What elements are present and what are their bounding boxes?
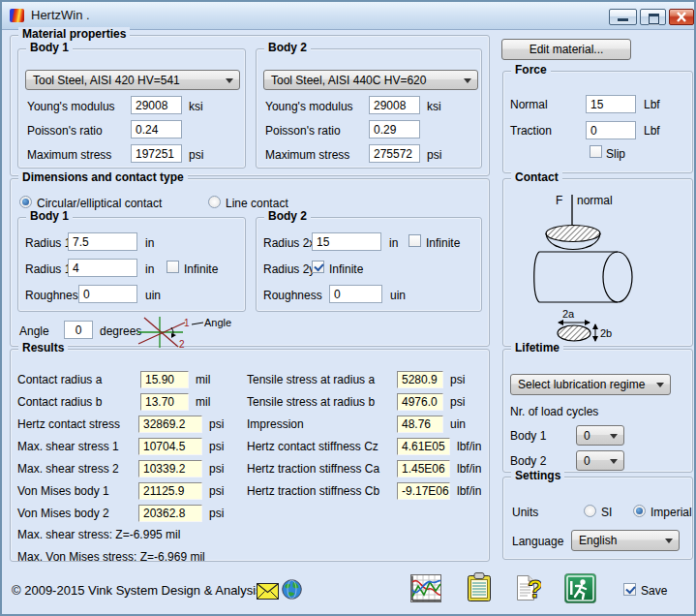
material-body2-title: Body 2 <box>264 41 311 54</box>
result-label: Max. shear stress 2 <box>17 462 119 476</box>
traction-force-field[interactable]: 0 <box>586 121 636 139</box>
results-title: Results <box>18 341 68 354</box>
result-unit: psi <box>450 373 465 386</box>
result-label: Von Mises body 1 <box>17 484 109 498</box>
body2-maxstress-field[interactable]: 275572 <box>369 144 420 163</box>
result-unit: psi <box>209 417 224 431</box>
result-unit: psi <box>209 462 224 476</box>
result-label: Tensile stress at radius b <box>247 395 375 409</box>
radius-2y-infinite-checkbox[interactable] <box>312 261 324 273</box>
result-unit: lbf/in <box>457 440 481 453</box>
lubrication-regime-select[interactable]: Select lubrication regime <box>510 374 671 395</box>
units-si-label: SI <box>601 506 612 519</box>
traction-force-label: Traction <box>510 124 552 138</box>
help-icon[interactable]: ? <box>516 572 541 602</box>
result-unit: psi <box>209 507 224 520</box>
settings-title: Settings <box>511 469 564 482</box>
radius-2x-infinite-checkbox[interactable] <box>409 234 421 247</box>
radius-1y-infinite-checkbox[interactable] <box>166 261 179 273</box>
copyright-text: © 2009-2015 Vink System Design & Analysi… <box>12 584 262 598</box>
svg-text:2b: 2b <box>600 327 612 339</box>
slip-label: Slip <box>606 147 625 161</box>
units-imperial-radio[interactable] <box>633 505 646 517</box>
result-label: Max. shear stress 1 <box>17 440 119 453</box>
slip-checkbox[interactable] <box>590 145 602 158</box>
radius-2x-field[interactable]: 15 <box>312 232 381 251</box>
result-value: 1.45E06 <box>397 460 450 477</box>
email-icon[interactable] <box>257 583 279 600</box>
close-button[interactable] <box>669 9 694 25</box>
circular-contact-radio[interactable] <box>19 196 32 208</box>
result-label: Hertz contact stress <box>17 417 120 431</box>
result-unit: uin <box>450 417 466 431</box>
result-unit: psi <box>209 440 224 453</box>
svg-text:normal: normal <box>577 194 613 207</box>
dimensions-title: Dimensions and contact type <box>18 170 188 184</box>
units-imperial-label: Imperial <box>651 506 692 519</box>
svg-text:2a: 2a <box>562 308 575 320</box>
svg-text:F: F <box>556 194 562 207</box>
radius-1y-unit: in <box>145 262 154 276</box>
roughness2-label: Roughness <box>263 289 322 302</box>
maximize-button[interactable] <box>640 9 666 25</box>
body2-youngs-label: Young's modulus <box>265 100 353 113</box>
body1-youngs-field[interactable]: 29008 <box>131 96 182 114</box>
radius-1y-field[interactable]: 4 <box>68 259 137 277</box>
roughness2-field[interactable]: 0 <box>329 285 382 303</box>
angle-field[interactable]: 0 <box>64 321 93 339</box>
body2-maxstress-label: Maximum stress <box>265 148 349 162</box>
angle-diagram-icon: 1 2 Angle <box>137 315 244 350</box>
result-unit: psi <box>450 395 465 409</box>
normal-force-field[interactable]: 15 <box>586 95 636 113</box>
units-si-radio[interactable] <box>584 505 596 517</box>
cycles-body1-select[interactable]: 0 <box>576 425 624 446</box>
radius-1x-unit: in <box>145 236 154 250</box>
clipboard-icon[interactable] <box>467 572 492 602</box>
globe-icon[interactable] <box>282 579 302 600</box>
radius-1x-field[interactable]: 7.5 <box>68 232 137 251</box>
svg-text:1: 1 <box>184 318 190 328</box>
body2-material-select[interactable]: Tool Steel, AISI 440C HV=620 <box>263 70 478 90</box>
edit-material-button[interactable]: Edit material... <box>501 39 631 60</box>
line-contact-label: Line contact <box>226 197 288 210</box>
radius-2x-infinite-label: Infinite <box>426 236 460 250</box>
result-value: 21125.9 <box>138 482 202 500</box>
cycles-body2-select[interactable]: 0 <box>576 450 624 471</box>
body2-poisson-label: Poisson's ratio <box>265 124 341 138</box>
body2-maxstress-unit: psi <box>427 148 441 162</box>
result-value: 15.90 <box>140 371 189 388</box>
body2-youngs-field[interactable]: 29008 <box>369 96 420 114</box>
result-value: 32869.2 <box>138 416 202 433</box>
hertzwin-window: HertzWin . Material properties Body 1 To… <box>0 0 696 616</box>
body1-material-select[interactable]: Tool Steel, AISI 420 HV=541 <box>25 70 240 90</box>
maximize-icon <box>649 14 659 24</box>
result-value: 20362.8 <box>138 505 202 522</box>
body1-poisson-label: Poisson's ratio <box>27 124 103 138</box>
body1-maxstress-unit: psi <box>189 148 203 162</box>
language-select[interactable]: English <box>571 530 680 551</box>
normal-force-unit: Lbf <box>644 98 660 111</box>
material-properties-title: Material properties <box>18 27 130 41</box>
result-label: Hertz traction stiffness Cb <box>247 484 379 498</box>
save-checkbox[interactable] <box>623 583 636 596</box>
titlebar[interactable]: HertzWin . <box>2 2 694 30</box>
dimensions-body2-title: Body 2 <box>264 209 311 223</box>
result-value: 5280.9 <box>397 371 443 388</box>
result-value: 13.70 <box>140 393 189 411</box>
circular-contact-label: Circular/elliptical contact <box>37 197 162 210</box>
result-label: Von Mises body 2 <box>17 507 109 520</box>
body1-maxstress-field[interactable]: 197251 <box>131 144 182 163</box>
exit-icon[interactable] <box>564 573 596 603</box>
roughness2-unit: uin <box>390 289 406 302</box>
roughness1-field[interactable]: 0 <box>78 285 137 303</box>
body1-poisson-field[interactable]: 0.24 <box>131 120 182 139</box>
line-contact-radio[interactable] <box>208 196 221 208</box>
body2-poisson-field[interactable]: 0.29 <box>369 120 420 139</box>
result-label: Tensile stress at radius a <box>247 373 375 386</box>
result-value: -9.17E06 <box>397 482 450 500</box>
minimize-button[interactable] <box>609 9 637 25</box>
svg-text:?: ? <box>528 574 541 602</box>
plot-graphs-icon[interactable] <box>410 574 441 602</box>
result-label: Hertz contact stiffness Cz <box>247 440 378 453</box>
result-unit: psi <box>209 484 224 498</box>
